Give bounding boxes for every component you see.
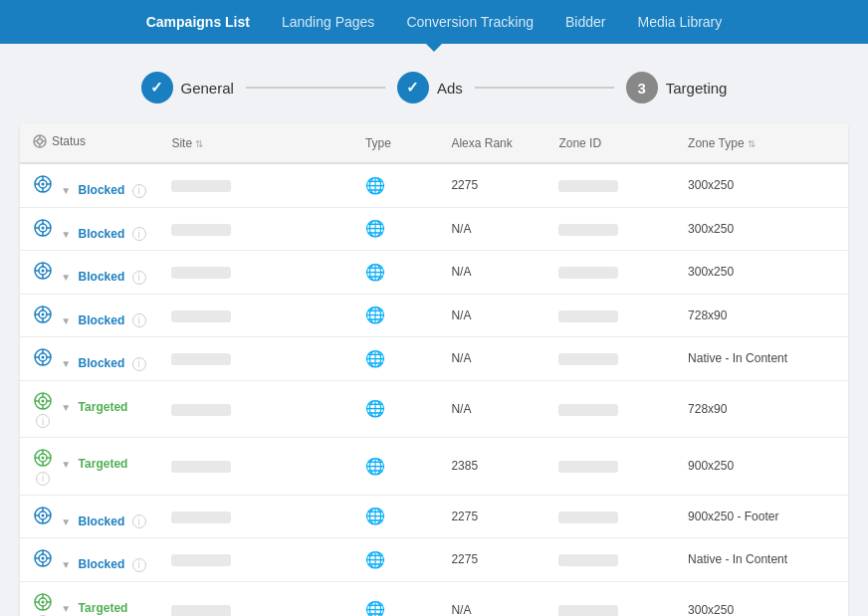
- site-name-blurred: [171, 605, 231, 616]
- dropdown-arrow[interactable]: ▼: [61, 402, 71, 413]
- dropdown-arrow[interactable]: ▼: [61, 315, 71, 326]
- svg-point-22: [42, 270, 45, 273]
- cell-zone-type: 728x90: [676, 380, 848, 438]
- status-badge: Blocked: [79, 313, 125, 327]
- cell-site: [159, 438, 352, 496]
- site-name-blurred: [171, 267, 231, 279]
- dropdown-arrow[interactable]: ▼: [61, 516, 71, 527]
- site-name-blurred: [171, 512, 231, 523]
- cell-zone-id: [546, 495, 676, 538]
- table-row: ▼ Blocked i 🌐 N/A 728x90: [20, 294, 848, 337]
- info-icon[interactable]: i: [36, 414, 50, 428]
- globe-icon: 🌐: [365, 400, 385, 417]
- svg-point-64: [42, 557, 45, 560]
- globe-icon: 🌐: [365, 601, 385, 616]
- cell-alexa-rank: N/A: [439, 294, 546, 337]
- info-icon[interactable]: i: [36, 472, 50, 486]
- col-header-alexa: Alexa Rank: [439, 123, 546, 163]
- nav-media-library[interactable]: Media Library: [637, 14, 722, 30]
- table-row: ▼ Blocked i 🌐 N/A 300x250: [20, 251, 848, 295]
- globe-icon: 🌐: [365, 220, 385, 237]
- table-row: ▼ Blocked i 🌐 N/A 300x250: [20, 207, 848, 251]
- cell-type: 🌐: [353, 495, 439, 538]
- info-icon[interactable]: i: [132, 357, 146, 371]
- cell-status: ▼ Blocked i: [20, 251, 159, 295]
- cell-zone-type: 900x250 - Footer: [676, 495, 848, 538]
- status-badge: Blocked: [79, 227, 125, 241]
- filter-icon: Status: [32, 133, 86, 149]
- cell-site: [159, 294, 352, 337]
- globe-icon: 🌐: [365, 551, 385, 568]
- svg-point-43: [42, 399, 45, 402]
- cell-site: [159, 207, 352, 251]
- dropdown-arrow[interactable]: ▼: [61, 358, 71, 369]
- cell-site: [159, 380, 352, 438]
- target-icon: [32, 304, 54, 325]
- zone-id-blurred: [558, 180, 618, 192]
- info-icon[interactable]: i: [132, 227, 146, 241]
- cell-status: ▼ Targeted i: [20, 438, 159, 496]
- svg-point-15: [42, 226, 45, 229]
- info-icon[interactable]: i: [132, 558, 146, 572]
- dropdown-arrow[interactable]: ▼: [61, 559, 71, 570]
- cell-status: ▼ Targeted i: [20, 380, 159, 438]
- cell-type: 🌐: [353, 438, 439, 496]
- globe-icon: 🌐: [365, 458, 385, 475]
- col-header-zone-type[interactable]: Zone Type ⇅: [676, 123, 848, 163]
- target-icon: [32, 346, 54, 368]
- info-icon[interactable]: i: [132, 514, 146, 528]
- status-badge: Targeted: [79, 601, 128, 615]
- info-icon[interactable]: i: [132, 184, 146, 198]
- step-ads: ✓ Ads: [397, 72, 463, 103]
- cell-zone-id: [546, 438, 676, 496]
- cell-alexa-rank: 2275: [439, 495, 546, 538]
- step-general-label: General: [181, 80, 234, 97]
- info-icon[interactable]: i: [132, 313, 146, 327]
- col-header-zone-id: Zone ID: [546, 123, 676, 163]
- status-badge: Blocked: [79, 356, 125, 370]
- step-targeting: 3 Targeting: [626, 72, 728, 103]
- cell-alexa-rank: 2275: [439, 163, 546, 207]
- target-icon: [32, 591, 54, 613]
- cell-status: ▼ Blocked i: [20, 163, 159, 207]
- dropdown-arrow[interactable]: ▼: [61, 603, 71, 614]
- col-header-site[interactable]: Site ⇅: [159, 123, 352, 163]
- top-navigation: Campaigns List Landing Pages Conversion …: [0, 0, 868, 44]
- cell-zone-type: 300x250: [676, 251, 848, 295]
- dropdown-arrow[interactable]: ▼: [61, 459, 71, 470]
- status-badge: Blocked: [79, 514, 125, 528]
- cell-alexa-rank: 2275: [439, 538, 546, 582]
- zone-id-blurred: [558, 404, 618, 416]
- dropdown-arrow[interactable]: ▼: [61, 272, 71, 283]
- site-name-blurred: [171, 310, 231, 322]
- site-name-blurred: [171, 404, 231, 416]
- step-general-circle: ✓: [141, 72, 173, 103]
- dropdown-arrow[interactable]: ▼: [61, 229, 71, 240]
- cell-zone-type: 300x250: [676, 207, 848, 251]
- zone-id-blurred: [558, 353, 618, 365]
- cell-site: [159, 251, 352, 295]
- nav-landing-pages[interactable]: Landing Pages: [282, 14, 374, 30]
- nav-conversion-tracking[interactable]: Conversion Tracking: [406, 14, 534, 30]
- info-icon[interactable]: i: [132, 271, 146, 285]
- target-icon: [32, 217, 54, 239]
- nav-bidder[interactable]: Bidder: [565, 14, 605, 30]
- status-badge: Blocked: [79, 270, 125, 284]
- targeting-table: Status Site ⇅ Type Alexa Rank Zone ID Zo…: [20, 123, 848, 616]
- nav-campaigns-list[interactable]: Campaigns List: [146, 14, 250, 30]
- cell-status: ▼ Blocked i: [20, 337, 159, 381]
- target-icon: [32, 447, 54, 469]
- step-line-2: [475, 87, 614, 89]
- cell-type: 🌐: [353, 294, 439, 337]
- svg-point-8: [42, 183, 45, 186]
- site-name-blurred: [171, 180, 231, 192]
- targeting-table-container: Status Site ⇅ Type Alexa Rank Zone ID Zo…: [20, 123, 848, 616]
- cell-site: [159, 495, 352, 538]
- status-badge: Blocked: [79, 557, 125, 571]
- dropdown-arrow[interactable]: ▼: [61, 185, 71, 196]
- cell-alexa-rank: N/A: [439, 251, 546, 295]
- zone-id-blurred: [558, 512, 618, 523]
- cell-status: ▼ Blocked i: [20, 495, 159, 538]
- cell-status: ▼ Blocked i: [20, 294, 159, 337]
- cell-site: [159, 163, 352, 207]
